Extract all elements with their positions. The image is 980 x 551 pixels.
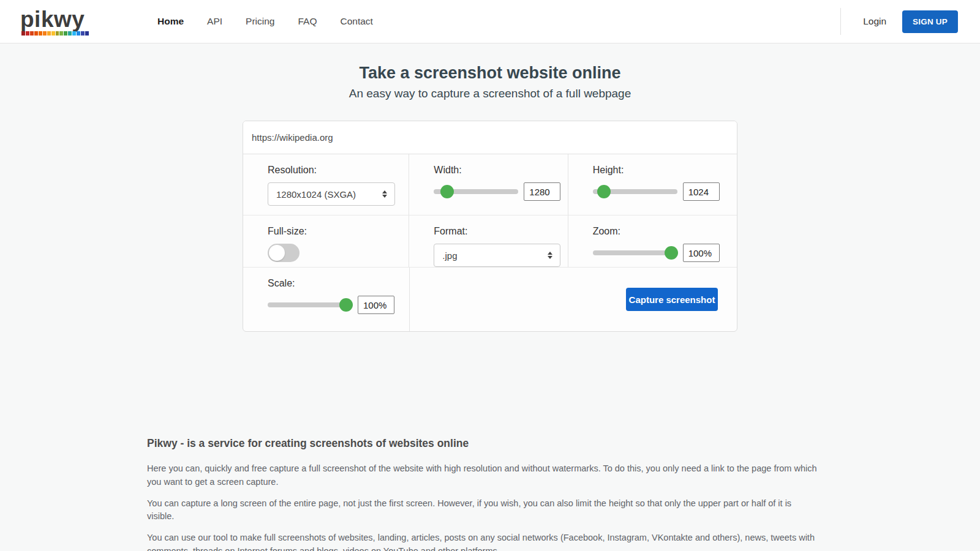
info-paragraph: Here you can, quickly and free capture a… — [147, 462, 821, 489]
fullsize-toggle-knob — [269, 245, 285, 261]
nav-item-home[interactable]: Home — [157, 16, 184, 27]
login-link[interactable]: Login — [863, 16, 886, 27]
format-field: Format: .jpg — [409, 216, 568, 267]
logo-text: pikwy — [20, 8, 89, 31]
fullsize-label: Full-size: — [268, 226, 409, 237]
height-slider[interactable] — [593, 185, 677, 198]
width-slider-thumb[interactable] — [440, 185, 454, 198]
resolution-value: 1280x1024 (SXGA) — [276, 189, 356, 200]
height-input[interactable] — [683, 182, 720, 201]
page-title: Take a screenshot website online — [0, 64, 980, 83]
zoom-slider[interactable] — [593, 246, 677, 260]
form-row-3: Scale: Capture screenshot — [243, 268, 737, 331]
resolution-field: Resolution: 1280x1024 (SXGA) — [243, 154, 409, 215]
zoom-slider-thumb[interactable] — [665, 246, 678, 260]
auth-divider — [840, 8, 841, 35]
zoom-label: Zoom: — [593, 226, 737, 237]
select-arrows-icon — [382, 190, 387, 198]
height-label: Height: — [593, 165, 737, 176]
format-select[interactable]: .jpg — [434, 244, 560, 267]
action-cell: Capture screenshot — [410, 268, 737, 331]
width-slider[interactable] — [434, 185, 518, 198]
info-section: Pikwy - is a service for creating screen… — [147, 437, 833, 551]
width-input[interactable] — [524, 182, 560, 201]
capture-screenshot-button[interactable]: Capture screenshot — [626, 288, 718, 311]
info-heading: Pikwy - is a service for creating screen… — [147, 437, 833, 450]
fullsize-field: Full-size: — [243, 216, 409, 267]
zoom-input[interactable] — [683, 244, 720, 262]
main-content: Take a screenshot website online An easy… — [0, 64, 980, 551]
height-field: Height: — [568, 154, 737, 215]
format-label: Format: — [434, 226, 567, 237]
scale-input[interactable] — [358, 296, 394, 314]
page-subtitle: An easy way to capture a screenshot of a… — [0, 87, 980, 100]
hero: Take a screenshot website online An easy… — [0, 64, 980, 100]
form-row-2: Full-size: Format: .jpg Zoom: — [243, 216, 737, 268]
auth-area: Login SIGN UP — [840, 8, 958, 35]
nav-item-pricing[interactable]: Pricing — [246, 16, 274, 27]
signup-button[interactable]: SIGN UP — [902, 10, 958, 33]
main-nav: Home API Pricing FAQ Contact — [157, 16, 373, 27]
width-label: Width: — [434, 165, 567, 176]
format-value: .jpg — [442, 250, 457, 261]
logo-rainbow-icon — [21, 31, 89, 36]
scale-label: Scale: — [268, 278, 409, 289]
nav-item-api[interactable]: API — [207, 16, 222, 27]
url-row — [243, 121, 737, 154]
nav-item-faq[interactable]: FAQ — [298, 16, 317, 27]
height-slider-thumb[interactable] — [597, 185, 611, 198]
logo[interactable]: pikwy — [20, 8, 89, 36]
header: pikwy Home API Pricing FAQ Contact Login… — [0, 0, 980, 43]
info-paragraph: You can capture a long screen of the ent… — [147, 497, 821, 524]
url-input[interactable] — [243, 121, 737, 154]
scale-slider-thumb[interactable] — [339, 298, 353, 312]
scale-slider[interactable] — [268, 298, 352, 312]
fullsize-toggle[interactable] — [268, 244, 300, 262]
nav-item-contact[interactable]: Contact — [340, 16, 372, 27]
form-row-1: Resolution: 1280x1024 (SXGA) Width: Heig — [243, 154, 737, 216]
width-field: Width: — [409, 154, 568, 215]
resolution-select[interactable]: 1280x1024 (SXGA) — [268, 182, 395, 206]
info-paragraph: You can use our tool to make full screen… — [147, 531, 821, 551]
resolution-label: Resolution: — [268, 165, 409, 176]
capture-form-card: Resolution: 1280x1024 (SXGA) Width: Heig — [243, 121, 737, 332]
scale-field: Scale: — [243, 268, 410, 331]
zoom-field: Zoom: — [568, 216, 737, 267]
select-arrows-icon — [548, 252, 552, 259]
